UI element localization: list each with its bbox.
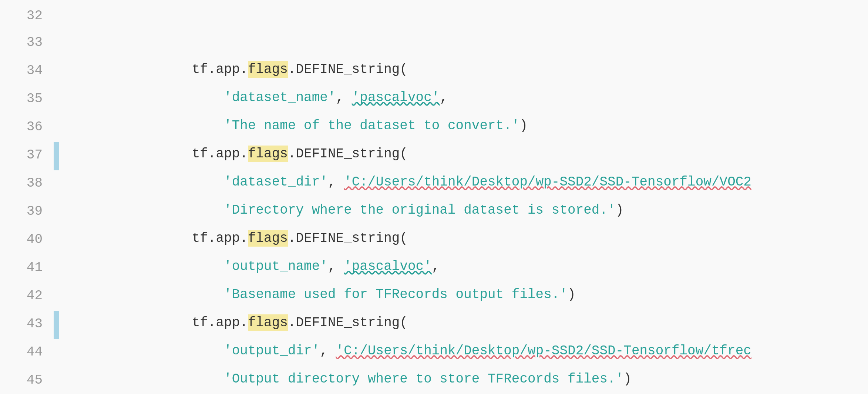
line-number-40: 40: [0, 227, 54, 255]
line-gutter-40: [54, 227, 60, 255]
line-content-40: 'output_name', 'pascalvoc',: [60, 227, 868, 255]
code-line-36: 36 tf.app.flags.DEFINE_string(: [0, 114, 868, 142]
line-gutter-35: [54, 86, 60, 114]
code-line-38: 38 'Directory where the original dataset…: [0, 170, 868, 198]
code-line-42: 42 tf.app.flags.DEFINE_string(: [0, 283, 868, 311]
line-number-37: 37: [0, 142, 54, 170]
line-content-35: 'The name of the dataset to convert.'): [60, 86, 868, 114]
line-content-44: 'Output directory where to store TFRecor…: [60, 339, 868, 367]
line-content-38: 'Directory where the original dataset is…: [60, 170, 868, 198]
code-line-33: 33 tf.app.flags.DEFINE_string(: [0, 30, 868, 58]
code-line-32: 32: [0, 3, 868, 30]
line-gutter-39: [54, 198, 60, 227]
line-content-36: tf.app.flags.DEFINE_string(: [60, 114, 868, 142]
code-line-39: 39 tf.app.flags.DEFINE_string(: [0, 198, 868, 227]
line-gutter-32: [54, 3, 60, 30]
line-content-43: 'output_dir', 'C:/Users/think/Desktop/wp…: [60, 311, 868, 339]
code-line-44: 44 'Output directory where to store TFRe…: [0, 339, 868, 367]
code-line-35: 35 'The name of the dataset to convert.'…: [0, 86, 868, 114]
line-content-32: [60, 3, 868, 30]
code-line-43: 43 'output_dir', 'C:/Users/think/Desktop…: [0, 311, 868, 339]
line-content-41: 'Basename used for TFRecords output file…: [60, 255, 868, 283]
line-gutter-37: [54, 142, 60, 170]
line-gutter-33: [54, 30, 60, 58]
line-number-43: 43: [0, 311, 54, 339]
line-content-42: tf.app.flags.DEFINE_string(: [60, 283, 868, 311]
line-number-39: 39: [0, 198, 54, 227]
line-number-44: 44: [0, 339, 54, 367]
line-number-36: 36: [0, 114, 54, 142]
line-gutter-36: [54, 114, 60, 142]
line-content-39: tf.app.flags.DEFINE_string(: [60, 198, 868, 227]
line-number-38: 38: [0, 170, 54, 198]
line-gutter-42: [54, 283, 60, 311]
code-line-45: 45: [0, 367, 868, 394]
line-gutter-44: [54, 339, 60, 367]
line-number-45: 45: [0, 367, 54, 394]
code-line-37: 37 'dataset_dir', 'C:/Users/think/Deskto…: [0, 142, 868, 170]
code-line-40: 40 'output_name', 'pascalvoc',: [0, 227, 868, 255]
line-content-45: [60, 367, 868, 394]
line-gutter-41: [54, 255, 60, 283]
line-number-32: 32: [0, 3, 54, 30]
line-number-41: 41: [0, 255, 54, 283]
line-number-33: 33: [0, 30, 54, 58]
line-content-37: 'dataset_dir', 'C:/Users/think/Desktop/w…: [60, 142, 868, 170]
code-editor: 32 33 tf.app.flags.DEFINE_string( 34 'da…: [0, 0, 868, 394]
code-line-34: 34 'dataset_name', 'pascalvoc',: [0, 58, 868, 86]
code-container: 32 33 tf.app.flags.DEFINE_string( 34 'da…: [0, 0, 868, 394]
line-gutter-34: [54, 58, 60, 86]
line-number-34: 34: [0, 58, 54, 86]
line-gutter-45: [54, 367, 60, 394]
line-number-35: 35: [0, 86, 54, 114]
line-gutter-43: [54, 311, 60, 339]
line-number-42: 42: [0, 283, 54, 311]
code-line-41: 41 'Basename used for TFRecords output f…: [0, 255, 868, 283]
line-gutter-38: [54, 170, 60, 198]
line-content-34: 'dataset_name', 'pascalvoc',: [60, 58, 868, 86]
line-content-33: tf.app.flags.DEFINE_string(: [60, 30, 868, 58]
